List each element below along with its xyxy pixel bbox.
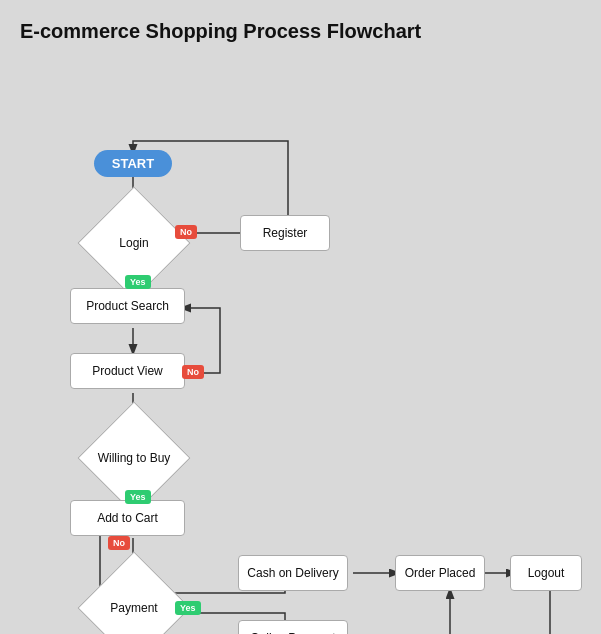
start-label: START — [94, 150, 172, 177]
login-label: Login — [119, 236, 148, 250]
flowchart: START Login Yes No Register Product Sear… — [20, 63, 580, 634]
product-search-node: Product Search — [70, 288, 185, 324]
willing-yes-badge: Yes — [125, 490, 151, 504]
payment-yes-badge: Yes — [175, 601, 201, 615]
online-payment-node: Online Payment — [238, 620, 348, 634]
product-view-label: Product View — [92, 364, 162, 378]
payment-diamond: Payment — [94, 568, 174, 634]
logout-label: Logout — [528, 566, 565, 580]
register-label: Register — [263, 226, 308, 240]
page-title: E-commerce Shopping Process Flowchart — [20, 20, 581, 43]
product-view-node: Product View — [70, 353, 185, 389]
add-to-cart-label: Add to Cart — [97, 511, 158, 525]
cash-on-delivery-label: Cash on Delivery — [247, 566, 338, 580]
login-no-badge: No — [175, 225, 197, 239]
cash-on-delivery-node: Cash on Delivery — [238, 555, 348, 591]
order-placed-node: Order Placed — [395, 555, 485, 591]
start-node: START — [90, 148, 176, 178]
add-to-cart-node: Add to Cart — [70, 500, 185, 536]
register-node: Register — [240, 215, 330, 251]
payment-label: Payment — [110, 601, 157, 615]
product-view-no-badge: No — [182, 365, 204, 379]
willing-to-buy-diamond: Willing to Buy — [94, 418, 174, 498]
product-search-label: Product Search — [86, 299, 169, 313]
willing-to-buy-label: Willing to Buy — [98, 451, 171, 465]
order-placed-label: Order Placed — [405, 566, 476, 580]
add-to-cart-no-badge: No — [108, 536, 130, 550]
logout-node: Logout — [510, 555, 582, 591]
login-diamond: Login — [94, 203, 174, 283]
login-yes-badge: Yes — [125, 275, 151, 289]
